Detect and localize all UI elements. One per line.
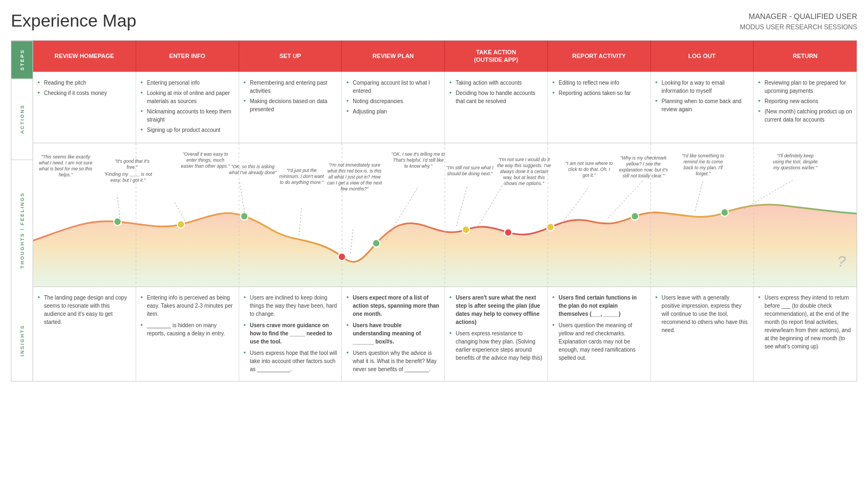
quote-7: "I'm not immediately sure what this red … [326, 162, 383, 192]
insight-item: ●Users find certain functions in the pla… [552, 292, 646, 320]
action-item: ●Looking for a way to email information … [655, 78, 749, 96]
insight-item: ●Entering info is perceived as being eas… [141, 292, 234, 320]
quote-9: "I'm still not sure what I should be doi… [445, 165, 494, 177]
step-header-log-out: LOG OUT [651, 41, 754, 72]
insight-item: ●Users aren't sure what the next step is… [449, 292, 543, 328]
insight-item: ●Users express they intend to return bef… [758, 292, 852, 353]
insights-cell-return: ●Users express they intend to return bef… [754, 287, 857, 381]
insights-cell-review-plan: ●Users expect more of a list of action s… [342, 287, 445, 381]
actions-cell-log-out: ●Looking for a way to email information … [651, 72, 754, 143]
insight-item: ●Users have trouble understanding meanin… [346, 320, 440, 348]
quote-1: "This seems like exactly what I need. I … [36, 154, 95, 178]
quote-2: "It's good that it's free." [109, 158, 155, 170]
side-labels: STEPS ACTIONS THOUGHTS / FEELINGS INSIGH… [11, 41, 33, 381]
insight-item: ●Users are inclined to keep doing things… [244, 292, 337, 320]
action-item: ●Remembering and entering past activitie… [244, 78, 337, 96]
actions-cell-enter-info: ●Entering personal info ●Looking at mix … [136, 72, 239, 143]
step-header-review-homepage: REVIEW HOMEPAGE [33, 41, 136, 72]
action-item: ●Checking if it costs money [37, 88, 131, 98]
insight-item: ●Users question the meaning of yellow an… [552, 320, 646, 364]
emotion-dot [462, 226, 470, 233]
actions-cell-return: ●Reviewing plan to be prepared for upcom… [754, 72, 857, 143]
emotion-dot [338, 253, 346, 260]
page-wrapper: Experience Map MANAGER - QUALIFIED USER … [0, 0, 868, 490]
quote-12: "Why is my checkmark yellow? I see the e… [619, 155, 668, 179]
step-header-report-activity: REPORT ACTIVITY [548, 41, 651, 72]
action-item: ●Reporting new actions [758, 96, 852, 106]
action-item: ●Looking at mix of online and paper mate… [141, 88, 234, 106]
insight-item: ●Users question why the advice is what i… [346, 348, 440, 376]
emotion-dot [505, 228, 512, 236]
quote-14: "I'll definitely keep using the tool, de… [771, 153, 820, 171]
page-header: Experience Map MANAGER - QUALIFIED USER … [11, 11, 857, 32]
insight-item: ●Users express resistance to changing ho… [449, 328, 543, 364]
emotion-dot [114, 218, 122, 225]
steps-side-label: STEPS [11, 41, 33, 79]
action-item: ●Nicknaming accounts to keep them straig… [141, 106, 234, 125]
insight-item: ●Users expect more of a list of action s… [346, 292, 440, 320]
quote-10: "I'm not sure I would do it the way this… [497, 157, 551, 187]
emotion-dot [721, 208, 729, 216]
action-item: ●Noting discrepancies [346, 96, 440, 106]
modus-subtitle: MODUS USER RESEARCH SESSIONS [740, 22, 857, 32]
action-item: ●Planning when to come back and review a… [655, 96, 749, 114]
step-header-enter-info: ENTER INFO [136, 41, 239, 72]
insight-item: ●Users leave with a generally positive i… [655, 292, 749, 336]
insights-side-label: INSIGHTS [11, 301, 33, 381]
insight-item: ●Users express hope that the tool will t… [244, 348, 337, 376]
insights-cell-review-homepage: ●The landing page design and copy seems … [33, 287, 136, 381]
step-header-return: RETURN [754, 41, 857, 72]
actions-row: ●Reading the pitch ●Checking if it costs… [33, 72, 857, 143]
action-item: ●Adjusting plan [346, 106, 440, 117]
emotion-dot [547, 223, 554, 231]
step-header-set-up: SET UP [239, 41, 342, 72]
main-content: REVIEW HOMEPAGE ENTER INFO SET UP REVIEW… [33, 41, 857, 381]
insights-cell-take-action: ●Users aren't sure what the next step is… [445, 287, 548, 381]
emotion-dot [373, 239, 380, 247]
action-item: ●Signing up for product account [141, 125, 234, 135]
steps-header-row: REVIEW HOMEPAGE ENTER INFO SET UP REVIEW… [33, 41, 857, 72]
insights-cell-log-out: ●Users leave with a generally positive i… [651, 287, 754, 381]
step-header-take-action: TAKE ACTION(OUTSIDE APP) [445, 41, 548, 72]
action-item: ●Reporting actions taken so far [552, 88, 646, 98]
actions-cell-report-activity: ●Editing to reflect new info ●Reporting … [548, 72, 651, 143]
emotion-dot [177, 220, 185, 228]
actions-side-label: ACTIONS [11, 79, 33, 160]
insight-item: ●Users crave more guidance on how to fin… [244, 320, 337, 348]
insights-row: ●The landing page design and copy seems … [33, 287, 857, 381]
actions-cell-set-up: ●Remembering and entering past activitie… [239, 72, 342, 143]
quote-3: "Finding my ____ is not easy, but I got … [104, 171, 152, 183]
insight-item: ●The landing page design and copy seems … [37, 292, 131, 328]
action-item: ●Making decisions based on data presente… [244, 96, 337, 114]
action-item: ●Deciding how to handle accounts that ca… [449, 88, 543, 106]
quote-6: "I'd just put the minimum. I don't want … [277, 168, 326, 186]
actions-cell-take-action: ●Taking action with accounts ●Deciding h… [445, 72, 548, 143]
quote-4: "Overall it was easy to enter things, mu… [180, 151, 231, 169]
insights-cell-report-activity: ●Users find certain functions in the pla… [548, 287, 651, 381]
actions-cell-review-homepage: ●Reading the pitch ●Checking if it costs… [33, 72, 136, 143]
quote-8: "OK, I see it's telling me to That's hel… [391, 151, 445, 169]
quote-13: "I'd like something to remind me to come… [679, 153, 727, 177]
action-item: ●Reviewing plan to be prepared for upcom… [758, 78, 852, 96]
action-item: ●Entering personal info [141, 78, 234, 88]
action-item: ●Taking action with accounts [449, 78, 543, 88]
insights-cell-enter-info: ●Entering info is perceived as being eas… [136, 287, 239, 381]
action-item: ●Editing to reflect new info [552, 78, 646, 88]
action-item: ●Comparing account list to what I entere… [346, 78, 440, 96]
thoughts-side-label: THOUGHTS / FEELINGS [11, 160, 33, 301]
action-item: ●(New month) catching product up on curr… [758, 106, 852, 125]
thoughts-feelings-row: "This seems like exactly what I need. I … [33, 143, 857, 287]
action-item: ●Reading the pitch [37, 78, 131, 88]
experience-map: STEPS ACTIONS THOUGHTS / FEELINGS INSIGH… [11, 40, 857, 381]
step-header-review-plan: REVIEW PLAN [342, 41, 445, 72]
user-type: MANAGER - QUALIFIED USER [740, 11, 857, 22]
insights-cell-set-up: ●Users are inclined to keep doing things… [239, 287, 342, 381]
emotion-dot [631, 212, 639, 220]
actions-cell-review-plan: ●Comparing account list to what I entere… [342, 72, 445, 143]
insight-item: ●________ is hidden on many reports, cau… [141, 320, 234, 340]
emotion-dot [240, 212, 248, 220]
quote-5: "OK, so this is asking what I've already… [228, 164, 277, 176]
page-subtitle: MANAGER - QUALIFIED USER MODUS USER RESE… [740, 11, 857, 32]
quote-11: "I am not sure where to click to do that… [565, 161, 614, 179]
question-mark: ? [837, 253, 846, 270]
